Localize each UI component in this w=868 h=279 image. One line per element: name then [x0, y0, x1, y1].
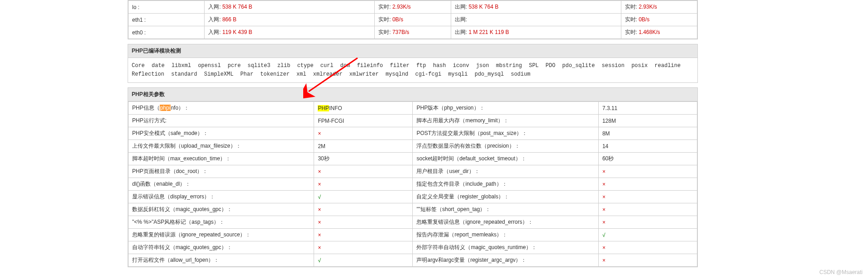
iface-cell: eth1 :	[129, 14, 205, 26]
network-row: eth1 :入网: 866 B实时: 0B/s出网:实时: 0B/s	[129, 14, 697, 26]
param-value: FPM-FCGI	[314, 115, 413, 127]
param-row: PHP运行方式:FPM-FCGI脚本占用最大内存（memory_limit）：1…	[129, 115, 697, 127]
param-value: ×	[314, 178, 413, 191]
param-value: 7.3.11	[598, 102, 697, 115]
param-value: ×	[598, 254, 697, 267]
in-cell: 入网: 119 K 439 B	[205, 26, 375, 39]
param-value: 30秒	[314, 153, 413, 165]
param-label: dl()函数（enable_dl）：	[129, 178, 314, 191]
param-label: 脚本超时时间（max_execution_time）：	[129, 153, 314, 165]
param-value: ×	[314, 127, 413, 140]
param-row: 数据反斜杠转义（magic_quotes_gpc）：×""短标签（short_o…	[129, 203, 697, 216]
param-value: 60秒	[598, 153, 697, 165]
param-label: 用户根目录（user_dir）：	[413, 165, 598, 178]
param-label: 指定包含文件目录（include_path）：	[413, 178, 598, 191]
param-label: "<% %>"ASP风格标记（asp_tags）：	[129, 216, 314, 229]
param-label: 自动字符串转义（magic_quotes_gpc）：	[129, 241, 314, 254]
param-label: PHP信息（phpinfo）：	[129, 102, 314, 115]
param-label: 脚本占用最大内存（memory_limit）：	[413, 115, 598, 127]
network-row: lo :入网: 538 K 764 B实时: 2.93K/s出网: 538 K …	[129, 1, 697, 14]
rt2-cell: 实时: 0B/s	[621, 14, 697, 26]
iface-cell: lo :	[129, 1, 205, 14]
php-params-table: PHP信息（phpinfo）：PHPINFOPHP版本（php_version）…	[128, 101, 697, 267]
param-row: PHP页面根目录（doc_root）：×用户根目录（user_dir）：×	[129, 165, 697, 178]
param-value: √	[314, 191, 413, 203]
out-cell: 出网: 1 M 221 K 119 B	[451, 26, 621, 39]
param-value: 8M	[598, 127, 697, 140]
iface-cell: eth0 :	[129, 26, 205, 39]
param-label: POST方法提交最大限制（post_max_size）：	[413, 127, 598, 140]
php-modules-header: PHP已编译模块检测	[128, 44, 697, 58]
phpinfo-link[interactable]: PHPINFO	[318, 105, 342, 111]
param-row: 上传文件最大限制（upload_max_filesize）：2M浮点型数据显示的…	[129, 140, 697, 153]
php-modules-box: PHP已编译模块检测 Core date libxml openssl pcre…	[128, 44, 698, 83]
param-row: 脚本超时时间（max_execution_time）：30秒socket超时时间…	[129, 153, 697, 165]
param-label: 外部字符串自动转义（magic_quotes_runtime）：	[413, 241, 598, 254]
param-row: 自动字符串转义（magic_quotes_gpc）：×外部字符串自动转义（mag…	[129, 241, 697, 254]
param-label: 忽略重复错误信息（ignore_repeated_errors）：	[413, 216, 598, 229]
param-label: 报告内存泄漏（report_memleaks）：	[413, 229, 598, 241]
param-label: 打开远程文件（allow_url_fopen）：	[129, 254, 314, 267]
rt2-cell: 实时: 1.468K/s	[621, 26, 697, 39]
network-row: eth0 :入网: 119 K 439 B实时: 737B/s出网: 1 M 2…	[129, 26, 697, 39]
param-label: PHP运行方式:	[129, 115, 314, 127]
out-cell: 出网:	[451, 14, 621, 26]
param-value: ×	[314, 203, 413, 216]
param-row: PHP安全模式（safe_mode）：×POST方法提交最大限制（post_ma…	[129, 127, 697, 140]
param-value: ×	[598, 216, 697, 229]
param-label: socket超时时间（default_socket_timeout）：	[413, 153, 598, 165]
param-value: ×	[314, 216, 413, 229]
param-value: ×	[598, 191, 697, 203]
network-box: 网络使用状况 lo :入网: 538 K 764 B实时: 2.93K/s出网:…	[128, 0, 698, 39]
param-value: ×	[314, 165, 413, 178]
network-table: lo :入网: 538 K 764 B实时: 2.93K/s出网: 538 K …	[128, 0, 697, 39]
param-label: PHP页面根目录（doc_root）：	[129, 165, 314, 178]
param-row: 显示错误信息（display_errors）：√自定义全局变量（register…	[129, 191, 697, 203]
watermark: CSDN @Msaerati	[819, 269, 863, 272]
rt-cell: 实时: 737B/s	[375, 26, 451, 39]
param-value: ×	[598, 203, 697, 216]
rt-cell: 实时: 2.93K/s	[375, 1, 451, 14]
param-value: ×	[598, 178, 697, 191]
rt2-cell: 实时: 2.93K/s	[621, 1, 697, 14]
param-label: 忽略重复的错误源（ignore_repeated_source）：	[129, 229, 314, 241]
param-value: ×	[314, 241, 413, 254]
php-params-header: PHP相关参数	[128, 88, 697, 101]
param-row: "<% %>"ASP风格标记（asp_tags）：×忽略重复错误信息（ignor…	[129, 216, 697, 229]
param-value: √	[598, 229, 697, 241]
in-cell: 入网: 866 B	[205, 14, 375, 26]
param-label: 自定义全局变量（register_globals）：	[413, 191, 598, 203]
param-label: PHP安全模式（safe_mode）：	[129, 127, 314, 140]
param-value: ×	[598, 241, 697, 254]
param-row: PHP信息（phpinfo）：PHPINFOPHP版本（php_version）…	[129, 102, 697, 115]
param-row: 打开远程文件（allow_url_fopen）：√声明argv和argc变量（r…	[129, 254, 697, 267]
param-row: dl()函数（enable_dl）：×指定包含文件目录（include_path…	[129, 178, 697, 191]
param-value: 128M	[598, 115, 697, 127]
param-value: ×	[314, 229, 413, 241]
param-value: ×	[598, 165, 697, 178]
param-value: 2M	[314, 140, 413, 153]
rt-cell: 实时: 0B/s	[375, 14, 451, 26]
param-label: 浮点型数据显示的有效位数（precision）：	[413, 140, 598, 153]
param-label: ""短标签（short_open_tag）：	[413, 203, 598, 216]
param-label: 上传文件最大限制（upload_max_filesize）：	[129, 140, 314, 153]
param-label: 数据反斜杠转义（magic_quotes_gpc）：	[129, 203, 314, 216]
param-label: 显示错误信息（display_errors）：	[129, 191, 314, 203]
php-params-box: PHP相关参数 PHP信息（phpinfo）：PHPINFOPHP版本（php_…	[128, 87, 698, 267]
param-value: √	[314, 254, 413, 267]
param-label: PHP版本（php_version）：	[413, 102, 598, 115]
php-modules-list: Core date libxml openssl pcre sqlite3 zl…	[128, 58, 697, 82]
param-row: 忽略重复的错误源（ignore_repeated_source）：×报告内存泄漏…	[129, 229, 697, 241]
in-cell: 入网: 538 K 764 B	[205, 1, 375, 14]
param-value: 14	[598, 140, 697, 153]
phpinfo-link-cell[interactable]: PHPINFO	[314, 102, 413, 115]
out-cell: 出网: 538 K 764 B	[451, 1, 621, 14]
param-label: 声明argv和argc变量（register_argc_argv）：	[413, 254, 598, 267]
